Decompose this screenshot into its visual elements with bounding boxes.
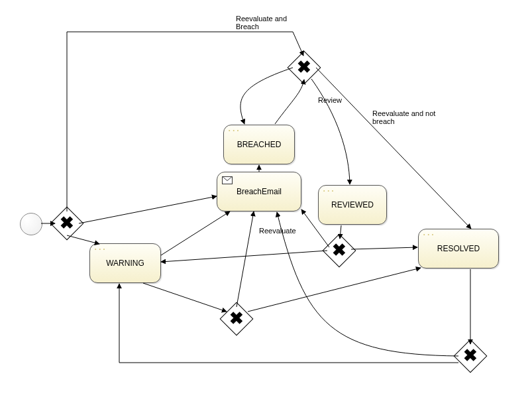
start-event[interactable] (20, 213, 42, 235)
sequence-flow[interactable] (275, 80, 304, 124)
gateway-after-warning[interactable]: ✖ (225, 307, 248, 331)
task-label: BREACHED (237, 140, 282, 149)
gateway-initial[interactable]: ✖ (55, 211, 79, 235)
sequence-flow[interactable] (79, 196, 217, 223)
sequence-flow[interactable] (311, 79, 350, 184)
sequence-flow[interactable] (248, 268, 421, 312)
sequence-flow[interactable] (161, 211, 230, 255)
sequence-flow[interactable] (240, 68, 293, 124)
sequence-flow[interactable] (351, 247, 417, 249)
task-menu-icon: • • • (423, 232, 434, 237)
edge-label-reevaluate-breach: Reevaluate and Breach (236, 15, 287, 30)
task-warning[interactable]: • • • WARNING (89, 243, 161, 283)
task-menu-icon: • • • (95, 247, 105, 251)
sequence-flow[interactable] (237, 211, 254, 307)
gateway-top-reevaluate[interactable]: ✖ (292, 56, 316, 80)
gateway-after-resolved[interactable]: ✖ (458, 344, 482, 368)
task-breached[interactable]: • • • BREACHED (223, 125, 295, 164)
task-label: BreachEmail (237, 187, 282, 196)
task-label: WARNING (106, 259, 144, 268)
gateway-after-reviewed[interactable]: ✖ (327, 239, 351, 263)
task-menu-icon: • • • (323, 188, 334, 193)
edge-label-reevaluate-not-breach: Reevaluate and not breach (372, 109, 435, 125)
task-label: RESOLVED (437, 244, 480, 253)
task-menu-icon: • • • (229, 128, 239, 133)
diagram-canvas: ✖ ✖ ✖ ✖ ✖ • • • WARNING • • • BREACHED B… (0, 0, 532, 417)
task-resolved[interactable]: • • • RESOLVED (418, 229, 499, 268)
mail-icon (222, 176, 233, 184)
task-label: REVIEWED (331, 200, 374, 209)
sequence-flow[interactable] (119, 284, 458, 363)
sequence-flow[interactable] (161, 251, 327, 262)
edge-label-review: Review (318, 96, 342, 104)
sequence-flow[interactable] (67, 235, 99, 244)
task-breach-email[interactable]: BreachEmail (217, 172, 301, 211)
edge-label-reevaluate: Reevaluate (259, 227, 296, 235)
task-reviewed[interactable]: • • • REVIEWED (318, 185, 387, 225)
sequence-flow[interactable] (143, 283, 227, 312)
